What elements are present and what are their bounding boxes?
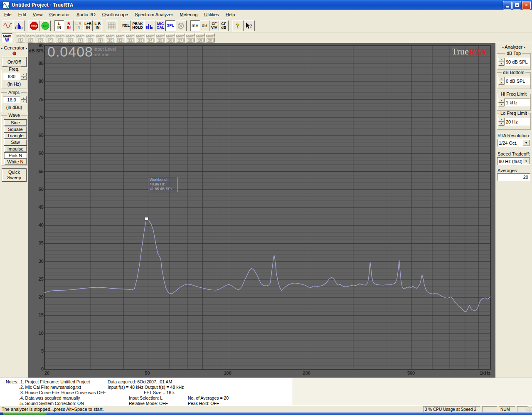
start-button[interactable] [3,413,47,415]
x-tick-50: 50 [145,371,150,375]
wave-triangle-button[interactable]: Triangle [4,132,27,139]
db-top-group: dB Top ▲▼ 90 dB SPL [497,53,531,70]
hi-freq-spinner[interactable]: ▲▼ [498,99,504,106]
peak-hold-button[interactable]: PEAKHOLD [131,20,144,31]
mem-working-button[interactable]: MemW [2,33,12,42]
speed-tradeoff-select[interactable]: 80 Hz (fast) ▼ [497,157,530,165]
spinner-up-icon[interactable]: ▲ [498,77,504,81]
generator-onoff-button[interactable]: On/Off [2,57,27,67]
menu-item-help[interactable]: Help [222,11,239,18]
wave-impulse-button[interactable]: Impulse [4,146,27,152]
spinner-down-icon[interactable]: ▼ [21,100,27,104]
stop-button[interactable]: STOP [28,20,39,31]
context-help-icon[interactable]: ? [244,20,255,31]
rta-resolution-select[interactable]: 1/24 Oct. ▼ [497,139,530,147]
help-icon[interactable]: ? [232,20,244,31]
app-icon [2,2,10,9]
cf-db-button[interactable]: CFdB [219,20,229,31]
truerta-window: { "window": { "title": "Untitled Project… [0,0,532,415]
freq-input[interactable]: 630 [3,73,20,80]
menu-item-metering[interactable]: Metering [177,11,201,18]
notes-side-panel [292,378,532,405]
y-tick-50: 50 [34,187,44,192]
trace-marker[interactable] [145,217,148,220]
go-button[interactable]: GO [39,20,51,31]
spectrum-display-icon[interactable] [13,20,25,31]
wave-white-n-button[interactable]: White N [4,158,27,165]
sine-wave-icon[interactable] [2,20,13,31]
spinner-down-icon[interactable]: ▼ [498,103,504,107]
notes-label: Notes: [6,379,18,384]
cf-vv-button[interactable]: CFV/V [209,20,219,31]
x-tick-20: 20 [44,371,49,375]
note-line-3-col-1: .3. House Curve File: House Curve was OF… [19,390,106,395]
ampl-input[interactable]: 16.0 [3,96,20,103]
status-message: The analyzer is stopped...press Alt+Spac… [2,407,104,412]
bar-display-icon[interactable] [144,20,155,31]
mv-button[interactable]: mV [190,20,200,31]
wave-square-button[interactable]: Square [4,126,27,133]
input-right-button[interactable]: RIN [64,20,74,31]
y-tick-30: 30 [34,259,44,264]
menu-item-oscilloscope[interactable]: Oscilloscope [99,11,131,18]
wave-sine-button[interactable]: Sine [4,119,27,126]
lo-freq-spinner[interactable]: ▲▼ [498,118,504,126]
spinner-down-icon[interactable]: ▼ [498,81,504,85]
chevron-down-icon[interactable]: ▼ [523,140,530,146]
db-button[interactable]: dB [200,20,209,31]
toolbar-group-6: mVdBCFV/VCFdB [190,20,229,31]
chevron-down-icon[interactable]: ▼ [523,158,530,164]
quick-sweep-button[interactable]: Quick Sweep [2,168,27,182]
wave-pink-n-button[interactable]: Pink N [4,152,27,159]
db-top-spinner[interactable]: ▲▼ [498,58,504,66]
menu-item-utilities[interactable]: Utilities [201,11,222,18]
menu-item-edit[interactable]: Edit [15,11,30,18]
db-top-input[interactable]: 90 dB SPL [504,58,530,66]
db-bottom-spinner[interactable]: ▲▼ [498,77,504,85]
y-tick-65: 65 [34,133,44,138]
y-tick-80: 80 [34,79,44,84]
taskbar-strip[interactable] [47,413,532,415]
maximize-button[interactable] [512,1,521,10]
windows-taskbar[interactable] [0,413,532,415]
minimize-button[interactable] [503,1,512,10]
menu-item-view[interactable]: View [30,11,46,18]
spinner-down-icon[interactable]: ▼ [21,77,27,80]
hi-freq-input[interactable]: 1 kHz [504,99,530,106]
rel-button[interactable]: REL [121,20,131,31]
mute-icon [175,20,187,31]
spl-button[interactable]: SPL [165,20,175,31]
input-lplusr-button[interactable]: L+RIN [83,20,93,31]
wave-saw-button[interactable]: Saw [4,139,27,146]
resize-grip[interactable] [526,407,532,412]
averages-input[interactable]: 20 [497,173,530,181]
freq-spinner[interactable]: ▲ ▼ [21,73,27,80]
spinner-down-icon[interactable]: ▼ [498,122,504,126]
menu-item-generator[interactable]: Generator [46,11,73,18]
menu-item-audio-i-o[interactable]: Audio I/O [73,11,99,18]
title-bar[interactable]: Untitled Project - TrueRTA ✕ [0,0,532,10]
mem-12-button: Mem12 [126,33,135,42]
y-tick-5: 5 [34,348,44,353]
note-line-1-col-2: Data acquired: 6Oct2007, :01 AM [108,379,172,384]
input-lminusr-button[interactable]: L-RIN [93,20,102,31]
mic-cal-button[interactable]: MICCAL [155,20,166,31]
y-tick-85: 85 [34,61,44,66]
input-left-button[interactable]: LIN [54,20,64,31]
ampl-spinner[interactable]: ▲ ▼ [21,96,27,103]
lo-freq-group: Lo Freq Limit ▲▼ 20 Hz [497,113,531,130]
menu-item-spectrum-analyzer[interactable]: Spectrum Analyzer [131,11,176,18]
note-line-2-col-2: Input f(s) = 48 kHz Output f(s) = 48 kHz [108,385,184,390]
menu-item-file[interactable]: File [1,11,15,18]
spinner-up-icon[interactable]: ▲ [498,58,504,62]
close-button[interactable]: ✕ [522,1,531,10]
spinner-up-icon[interactable]: ▲ [21,96,27,100]
spinner-up-icon[interactable]: ▲ [498,118,504,122]
db-bottom-input[interactable]: 0 dB SPL [504,77,530,85]
db-bottom-group: dB Bottom ▲▼ 0 dB SPL [497,72,531,89]
spinner-up-icon[interactable]: ▲ [21,73,27,77]
spinner-up-icon[interactable]: ▲ [498,99,504,103]
lo-freq-input[interactable]: 20 Hz [504,118,530,126]
mem-6-button: Mem6 [66,33,75,42]
spinner-down-icon[interactable]: ▼ [498,62,504,66]
